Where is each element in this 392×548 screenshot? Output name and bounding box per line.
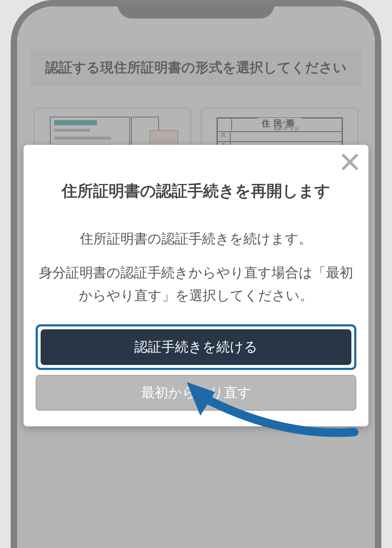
phone-frame: 認証する現住所証明書の形式を選択してください 公共料金領収書 [11, 0, 381, 548]
screen: 認証する現住所証明書の形式を選択してください 公共料金領収書 [17, 6, 375, 548]
modal-title: 住所証明書の認証手続きを再開します [36, 181, 356, 202]
close-icon[interactable] [340, 152, 360, 172]
restart-button[interactable]: 最初からやり直す [36, 375, 356, 411]
modal-body-line2: 身分証明書の認証手続きからやり直す場合は「最初からやり直す」を選択してください。 [36, 261, 356, 307]
continue-button[interactable]: 認証手続きを続ける [41, 329, 351, 365]
modal-body-line1: 住所証明書の認証手続きを続けます。 [36, 227, 356, 250]
resume-modal: 住所証明書の認証手続きを再開します 住所証明書の認証手続きを続けます。 身分証明… [24, 145, 368, 426]
primary-button-highlight: 認証手続きを続ける [36, 324, 356, 370]
